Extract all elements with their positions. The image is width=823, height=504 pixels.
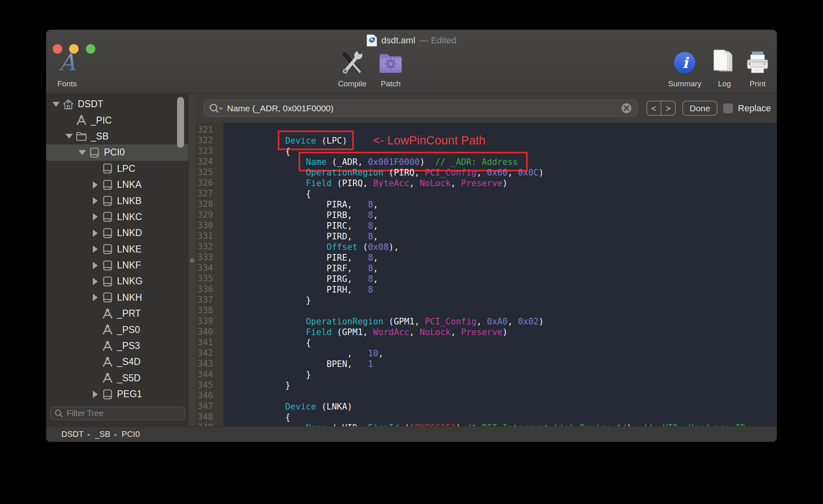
disclosure-closed-icon[interactable] — [91, 230, 100, 237]
find-nav-control: < > — [646, 101, 676, 116]
print-icon — [735, 47, 777, 78]
breadcrumb-separator: ▸ — [88, 431, 91, 438]
method-icon — [101, 324, 114, 336]
breadcrumb-pci0[interactable]: PCI0 — [121, 430, 139, 439]
method-icon — [101, 340, 114, 352]
find-previous-button[interactable]: < — [647, 101, 661, 115]
tree-item-label: PEG1 — [117, 389, 142, 400]
disclosure-closed-icon[interactable] — [91, 294, 100, 301]
sidebar-item-lnkh[interactable]: LNKH — [46, 290, 188, 306]
sidebar-item-_ps3[interactable]: _PS3 — [46, 338, 188, 354]
disclosure-open-icon[interactable] — [52, 102, 61, 107]
document-title: dsdt.aml — [381, 35, 415, 46]
disclosure-closed-icon[interactable] — [91, 262, 100, 269]
device-icon — [101, 275, 114, 288]
tree-item-label: LPC — [117, 163, 135, 174]
tree-item-label: LNKG — [117, 276, 143, 287]
disclosure-closed-icon[interactable] — [91, 278, 100, 285]
dsdt-tree: DSDT_PIC_SBPCI0LPCLNKALNKBLNKCLNKDLNKELN… — [46, 96, 188, 402]
device-icon — [101, 243, 114, 255]
line-numbers: 321 322 323 324 325 326 327 328 329 330 … — [198, 123, 222, 433]
disclosure-closed-icon[interactable] — [91, 213, 100, 220]
device-icon — [88, 146, 101, 159]
patch-button[interactable]: Patch — [368, 47, 413, 90]
house-icon — [62, 98, 74, 110]
breadcrumb-dsdt[interactable]: DSDT — [61, 430, 83, 439]
document-icon — [367, 34, 377, 47]
disclosure-open-icon[interactable] — [65, 134, 74, 139]
sidebar-scrollbar[interactable] — [177, 97, 184, 148]
tree-item-label: _PIC — [91, 115, 112, 126]
disclosure-open-icon[interactable] — [78, 150, 87, 155]
print-button[interactable]: Print — [735, 47, 777, 90]
tree-item-label: _SB — [91, 131, 108, 142]
disclosure-closed-icon[interactable] — [91, 391, 100, 398]
sidebar-item-_ps0[interactable]: _PS0 — [46, 322, 188, 338]
breadcrumb-separator: ▸ — [115, 431, 118, 438]
device-icon — [101, 227, 114, 239]
replace-checkbox[interactable] — [723, 104, 733, 113]
find-query-text: Name (_ADR, 0x001F0000) — [227, 104, 621, 113]
device-icon — [101, 195, 114, 207]
sidebar-item-lnkd[interactable]: LNKD — [46, 225, 188, 241]
fonts-icon: A — [46, 47, 90, 78]
tree-item-label: LNKF — [117, 260, 141, 271]
tree-item-label: _PS0 — [117, 324, 140, 335]
sidebar-item-peg1[interactable]: PEG1 — [46, 386, 188, 402]
tree-item-label: _PRT — [117, 308, 141, 319]
sidebar-item-lnkf[interactable]: LNKF — [46, 257, 188, 273]
find-input[interactable]: Name (_ADR, 0x001F0000) — [204, 100, 637, 117]
sidebar-item-dsdt[interactable]: DSDT — [46, 96, 188, 112]
sidebar-item-lnkb[interactable]: LNKB — [46, 193, 188, 209]
method-icon — [101, 356, 114, 368]
app-window: dsdt.aml — Edited A Fonts Compile — [46, 30, 777, 442]
summary-button[interactable]: i Summary — [662, 47, 707, 90]
sidebar-item-lnkg[interactable]: LNKG — [46, 273, 188, 289]
sidebar-item-_sb[interactable]: _SB — [46, 128, 188, 144]
sidebar-item-_s4d[interactable]: _S4D — [46, 354, 188, 370]
device-icon — [101, 388, 114, 400]
method-icon — [101, 308, 114, 320]
disclosure-closed-icon[interactable] — [91, 245, 100, 253]
pane-divider[interactable] — [188, 94, 196, 426]
document-edited-state: — Edited — [419, 35, 456, 46]
tree-item-label: LNKD — [117, 227, 142, 239]
done-button[interactable]: Done — [682, 101, 717, 116]
sidebar-item-_pic[interactable]: _PIC — [46, 112, 188, 128]
tree-item-label: LNKC — [117, 212, 142, 223]
device-icon — [101, 211, 114, 223]
patch-folder-icon — [368, 47, 413, 78]
disclosure-closed-icon[interactable] — [91, 197, 100, 205]
clear-search-icon[interactable] — [621, 103, 632, 114]
device-icon — [101, 259, 114, 272]
sidebar-item-lnkc[interactable]: LNKC — [46, 209, 188, 225]
tree-item-label: _S5D — [117, 373, 141, 384]
tree-item-label: _S4D — [117, 356, 141, 367]
sidebar-item-_s5d[interactable]: _S5D — [46, 370, 188, 386]
sidebar-item-lnke[interactable]: LNKE — [46, 241, 188, 257]
sidebar-item-pci0[interactable]: PCI0 — [46, 144, 188, 160]
filter-tree-input[interactable]: Filter Tree — [50, 407, 185, 420]
tree-item-label: _PS3 — [117, 340, 140, 351]
breadcrumb-sb[interactable]: _SB — [95, 430, 110, 439]
sidebar-item-lnka[interactable]: LNKA — [46, 177, 188, 193]
folder-icon — [75, 130, 88, 142]
method-icon — [101, 372, 114, 384]
tree-item-label: LNKB — [117, 196, 142, 207]
tree-item-label: LNKA — [117, 179, 142, 190]
disclosure-closed-icon[interactable] — [91, 181, 100, 189]
tree-item-label: DSDT — [78, 99, 103, 110]
sidebar-item-lpc[interactable]: LPC — [46, 161, 188, 177]
tree-item-label: PCI0 — [104, 147, 125, 158]
tree-item-label: LNKH — [117, 292, 142, 303]
sidebar: DSDT_PIC_SBPCI0LPCLNKALNKBLNKCLNKDLNKELN… — [46, 94, 188, 426]
device-icon — [101, 291, 114, 304]
sidebar-item-_prt[interactable]: _PRT — [46, 306, 188, 322]
window-title: dsdt.aml — Edited — [46, 35, 777, 46]
find-next-button[interactable]: > — [661, 101, 675, 115]
replace-label: Replace — [738, 103, 771, 114]
code-content[interactable]: Device (LPC) <- LowPinCount Path { Name … — [223, 123, 777, 426]
search-icon — [209, 103, 223, 114]
splitter-handle[interactable] — [190, 258, 194, 263]
fonts-button[interactable]: A Fonts — [46, 47, 90, 90]
